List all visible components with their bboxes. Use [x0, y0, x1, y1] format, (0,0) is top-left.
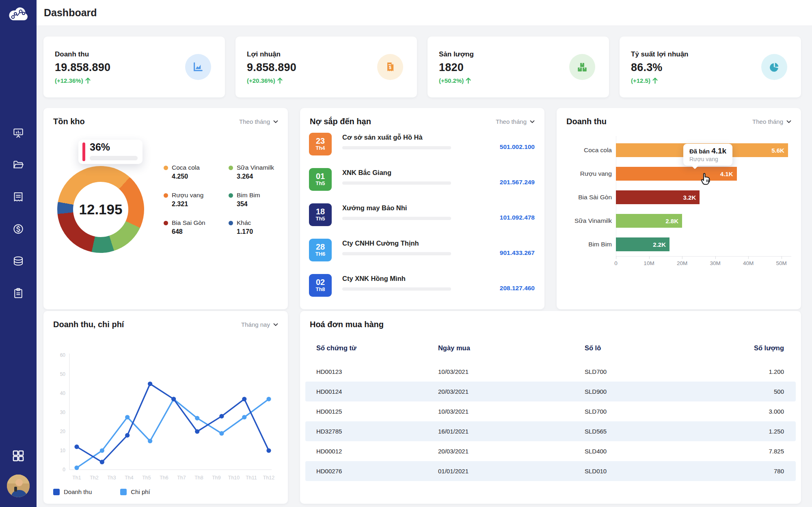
kpi-change: (+20.36%) [247, 77, 296, 84]
svg-text:Th5: Th5 [142, 475, 151, 481]
svg-text:Th1: Th1 [72, 475, 81, 481]
debt-list: 23Th4 Cơ sở sản xuất gỗ Hồ Hà 501.002.10… [300, 126, 544, 304]
debt-row[interactable]: 28TH6 Cty CNHH Cường Thịnh 901.433.267 [309, 239, 535, 269]
svg-text:0: 0 [63, 467, 65, 472]
svg-text:40: 40 [60, 390, 66, 396]
user-avatar[interactable] [7, 475, 30, 497]
legend-dot [164, 166, 168, 170]
debt-due-card: Nợ sắp đến hạn Theo tháng 23Th4 Cơ sở sả… [300, 108, 544, 309]
bar-row[interactable]: Sữa Vinamilk2.8K [566, 209, 791, 233]
debt-name: Cơ sở sản xuất gỗ Hồ Hà [342, 134, 451, 141]
card-title: Doanh thu, chi phí [53, 320, 124, 329]
inventory-period-dropdown[interactable]: Theo tháng [239, 118, 278, 125]
bottom-row: Doanh thu, chi phí Tháng nay 01020304050… [43, 311, 801, 504]
arrow-up-icon [85, 78, 91, 84]
invoices-card: Hoá đơn mua hàng Số chứng từ Ngày mua Số… [300, 311, 801, 504]
revenue-bar-card: Doanh thu Theo tháng Coca cola5.6K Rượu … [557, 108, 801, 309]
legend-dot [229, 221, 233, 225]
revenue-period-dropdown[interactable]: Theo tháng [752, 118, 791, 125]
table-header: Số chứng từ Ngày mua Số lô Số lượng [305, 337, 796, 358]
debt-row[interactable]: 01Th5 XNK Bắc Giang 201.567.249 [309, 168, 535, 198]
card-title: Doanh thu [566, 117, 607, 126]
chevron-down-icon [530, 120, 535, 123]
middle-row: Tồn kho Theo tháng 36% 12.195 [43, 108, 801, 299]
debt-row[interactable]: 18Th5 Xưởng may Bảo Nhi 101.092.478 [309, 203, 535, 233]
kpi-card-ty-suat: Tỷ suất lợi nhuận 86.3% (+12.5) [620, 37, 801, 97]
svg-text:Th8: Th8 [194, 475, 203, 481]
debt-name: Cty CNHH Cường Thịnh [342, 239, 451, 247]
svg-text:Th4: Th4 [125, 475, 134, 481]
date-badge: 02Th8 [309, 274, 332, 297]
sidebar-bottom [7, 449, 30, 497]
date-badge: 23Th4 [309, 133, 332, 155]
apps-grid-icon[interactable] [11, 449, 26, 463]
svg-text:Th12: Th12 [263, 475, 275, 481]
app-logo-cloud-analytics-icon[interactable] [7, 5, 29, 25]
kpi-card-san-luong: Sản lượng 1820 (+50.2%) [428, 37, 609, 97]
page-title: Dashboard [44, 7, 97, 19]
debt-name: Cty XNK Hồng Mình [342, 275, 451, 283]
legend-dot [229, 193, 233, 198]
kpi-value: 9.858.890 [247, 61, 296, 74]
debt-amount: 901.433.267 [500, 249, 535, 257]
nav-folder-icon[interactable] [12, 159, 24, 171]
date-badge: 18Th5 [309, 203, 332, 226]
kpi-value: 86.3% [631, 61, 689, 74]
table-row[interactable]: HD3278516/01/2021SLD5651.250 [305, 421, 796, 441]
svg-text:Th9: Th9 [212, 475, 221, 481]
kpi-card-doanh-thu: Doanh thu 19.858.890 (+12.36%) [43, 37, 225, 97]
legend-item-chi-phi: Chi phí [120, 488, 150, 495]
svg-text:Th3: Th3 [107, 475, 116, 481]
nav-receipt-icon[interactable] [12, 191, 24, 203]
table-row[interactable]: HD0012420/03/2021SLD900500 [305, 382, 796, 401]
kpi-label: Sản lượng [439, 50, 474, 58]
debt-progress [342, 217, 451, 220]
table-row[interactable]: HD0012310/03/2021SLD7001.200 [305, 362, 796, 382]
legend-item: Bim Bim 354 [229, 192, 285, 208]
inventory-legend: Coca cola 4.250 Sữa Vinamilk 3.264 Rượu … [164, 164, 285, 235]
legend-item: Coca cola 4.250 [164, 164, 229, 180]
svg-text:60: 60 [60, 352, 66, 358]
debt-amount: 501.002.100 [500, 143, 535, 151]
page-header: Dashboard [37, 0, 812, 26]
kpi-row: Doanh thu 19.858.890 (+12.36%) Lợi nhuận… [43, 37, 801, 97]
content: Doanh thu 19.858.890 (+12.36%) Lợi nhuận… [37, 26, 812, 507]
nav-dashboard-board-icon[interactable] [12, 127, 24, 139]
debt-period-dropdown[interactable]: Theo tháng [496, 118, 535, 125]
svg-text:10: 10 [60, 448, 66, 453]
date-badge: 28TH6 [309, 239, 332, 261]
svg-text:Th10: Th10 [228, 475, 240, 481]
kpi-change: (+12.36%) [55, 77, 110, 84]
chevron-down-icon [273, 120, 278, 123]
boxes-icon [569, 54, 595, 80]
svg-text:Th11: Th11 [246, 475, 257, 481]
debt-progress [342, 252, 451, 255]
bar-row[interactable]: Bim Bim2.2K [566, 233, 791, 256]
nav-dollar-circle-icon[interactable] [12, 223, 24, 235]
date-badge: 01Th5 [309, 168, 332, 191]
table-row[interactable]: HD0027601/01/2021SLD010780 [305, 461, 796, 481]
inventory-donut[interactable]: 12.195 [57, 166, 144, 253]
inventory-card: Tồn kho Theo tháng 36% 12.195 [43, 108, 288, 309]
svg-text:$: $ [389, 65, 391, 70]
invoices-table: Số chứng từ Ngày mua Số lô Số lượng HD00… [305, 337, 796, 481]
nav-database-icon[interactable] [12, 255, 24, 267]
bar-row[interactable]: Bia Sài Gòn3.2K [566, 186, 791, 209]
nav-clipboard-icon[interactable] [12, 287, 24, 299]
bar-row[interactable]: Coca cola5.6K [566, 138, 791, 162]
table-row[interactable]: HD0001220/03/2021SLD4007.825 [305, 441, 796, 461]
table-body: HD0012310/03/2021SLD7001.200 HD0012420/0… [305, 362, 796, 481]
pie-chart-icon [761, 54, 787, 80]
arrow-up-icon [466, 78, 471, 84]
line-period-dropdown[interactable]: Tháng nay [241, 321, 278, 328]
bar-row[interactable]: Rượu vang4.1K [566, 162, 791, 186]
legend-item: Sữa Vinamilk 3.264 [229, 164, 285, 180]
arrow-up-icon [277, 78, 283, 84]
line-legend: Doanh thu Chi phí [43, 488, 288, 495]
debt-row[interactable]: 23Th4 Cơ sở sản xuất gỗ Hồ Hà 501.002.10… [309, 133, 535, 163]
line-chart: 0102030405060Th1Th2Th3Th4Th5Th6Th7Th8Th9… [43, 329, 288, 488]
debt-row[interactable]: 02Th8 Cty XNK Hồng Mình 208.127.460 [309, 274, 535, 304]
table-row[interactable]: HD0012510/03/2021SLD7003.000 [305, 401, 796, 421]
inventory-total: 12.195 [79, 201, 122, 218]
tooltip-progress [90, 156, 138, 160]
